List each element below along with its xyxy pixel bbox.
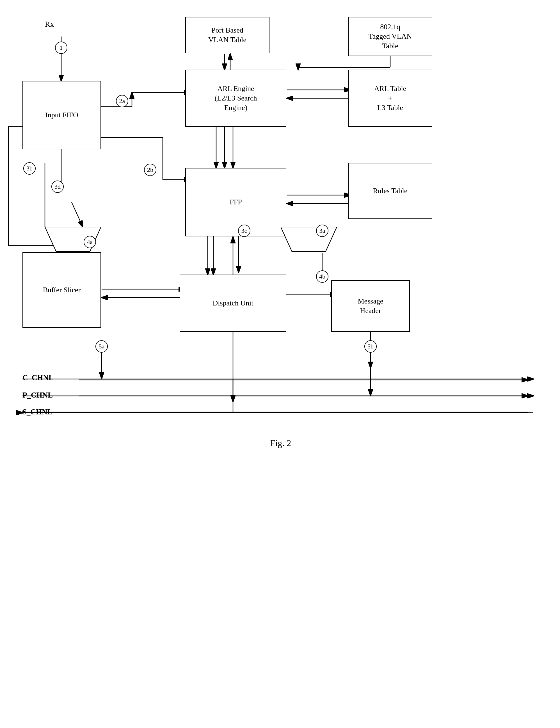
channel-lines xyxy=(22,362,542,427)
input-fifo-box: Input FIFO xyxy=(22,81,101,149)
buffer-slicer-box: Buffer Slicer xyxy=(22,252,101,328)
port-vlan-box: Port BasedVLAN Table xyxy=(185,17,269,53)
circle-1: 1 xyxy=(55,42,67,54)
circle-3d: 3d xyxy=(51,181,64,193)
circle-4a: 4a xyxy=(84,236,96,248)
circle-5b: 5b xyxy=(364,340,377,353)
svg-line-21 xyxy=(72,202,83,227)
message-header-box: MessageHeader xyxy=(331,280,410,332)
circle-5a: 5a xyxy=(95,340,108,353)
dispatch-unit-box: Dispatch Unit xyxy=(180,275,286,332)
dispatch-unit-label: Dispatch Unit xyxy=(212,298,253,308)
arl-engine-box: ARL Engine(L2/L3 SearchEngine) xyxy=(185,70,286,127)
arl-engine-label: ARL Engine(L2/L3 SearchEngine) xyxy=(215,84,257,112)
arl-table-label: ARL Table+L3 Table xyxy=(374,84,406,112)
circle-3a: 3a xyxy=(316,225,328,237)
ffp-box: FFP xyxy=(185,168,286,236)
input-fifo-label: Input FIFO xyxy=(45,110,78,120)
svg-marker-49 xyxy=(281,227,337,252)
diagram: Rx Input FIFO Port BasedVLAN Table 802.1… xyxy=(0,0,560,728)
right-trapezoid xyxy=(281,227,337,252)
rx-label: Rx xyxy=(45,20,54,29)
message-header-label: MessageHeader xyxy=(358,296,383,316)
port-vlan-label: Port BasedVLAN Table xyxy=(208,26,246,45)
buffer-slicer-label: Buffer Slicer xyxy=(43,285,81,295)
tagged-vlan-box: 802.1qTagged VLANTable xyxy=(348,17,432,56)
fig-caption: Fig. 2 xyxy=(253,438,309,448)
circle-3c: 3c xyxy=(238,225,250,237)
tagged-vlan-label: 802.1qTagged VLANTable xyxy=(369,22,412,51)
circle-4b: 4b xyxy=(316,270,328,283)
circle-2a: 2a xyxy=(116,95,128,107)
circle-3b: 3b xyxy=(23,162,36,175)
rules-table-box: Rules Table xyxy=(348,163,432,219)
arl-table-box: ARL Table+L3 Table xyxy=(348,70,432,127)
circle-2b: 2b xyxy=(144,164,156,176)
rules-table-label: Rules Table xyxy=(373,186,408,196)
ffp-label: FFP xyxy=(230,197,242,207)
